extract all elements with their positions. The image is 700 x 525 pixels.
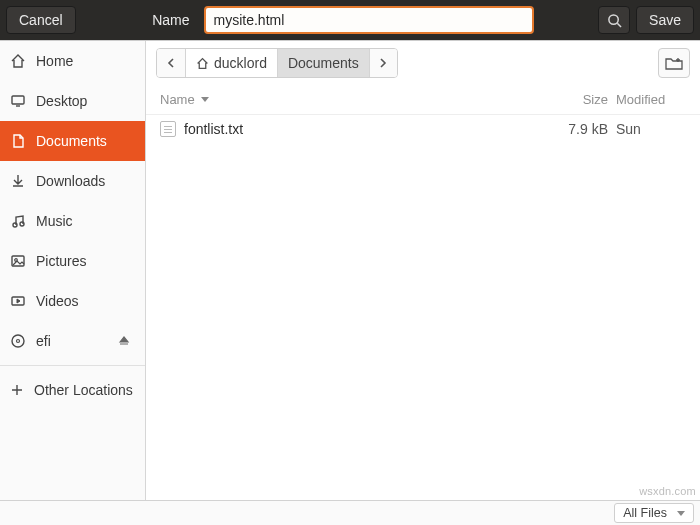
chevron-down-icon xyxy=(677,511,685,516)
svg-point-4 xyxy=(13,223,17,227)
sidebar-item-efi[interactable]: efi xyxy=(0,321,145,361)
sidebar-item-label: efi xyxy=(36,333,51,349)
sidebar-item-label: Desktop xyxy=(36,93,87,109)
svg-rect-2 xyxy=(12,96,24,104)
svg-point-0 xyxy=(608,14,617,23)
sidebar-item-videos[interactable]: Videos xyxy=(0,281,145,321)
sidebar-item-label: Home xyxy=(36,53,73,69)
sidebar-item-label: Videos xyxy=(36,293,79,309)
eject-button[interactable] xyxy=(113,330,135,352)
breadcrumb: ducklord Documents xyxy=(156,48,398,78)
sidebar-item-label: Pictures xyxy=(36,253,87,269)
sidebar-item-other-locations[interactable]: Other Locations xyxy=(0,370,145,410)
sidebar: Home Desktop Documents Downloads Music P… xyxy=(0,41,146,500)
new-folder-icon xyxy=(665,56,683,70)
documents-icon xyxy=(10,133,26,149)
sidebar-item-label: Music xyxy=(36,213,73,229)
eject-icon xyxy=(118,335,130,347)
sidebar-item-pictures[interactable]: Pictures xyxy=(0,241,145,281)
file-modified: Sun xyxy=(616,121,686,137)
breadcrumb-label: Documents xyxy=(288,55,359,71)
home-icon xyxy=(10,53,26,69)
file-list-header: Name Size Modified xyxy=(146,85,700,115)
save-button[interactable]: Save xyxy=(636,6,694,34)
sidebar-item-label: Documents xyxy=(36,133,107,149)
videos-icon xyxy=(10,293,26,309)
svg-line-1 xyxy=(617,23,621,27)
cancel-button[interactable]: Cancel xyxy=(6,6,76,34)
pictures-icon xyxy=(10,253,26,269)
sidebar-item-label: Downloads xyxy=(36,173,105,189)
path-bar: ducklord Documents xyxy=(146,41,700,85)
sidebar-item-downloads[interactable]: Downloads xyxy=(0,161,145,201)
header-bar: Cancel Name Save xyxy=(0,0,700,40)
svg-point-5 xyxy=(20,222,24,226)
sidebar-separator xyxy=(0,365,145,366)
header-modified[interactable]: Modified xyxy=(616,92,686,107)
new-folder-button[interactable] xyxy=(658,48,690,78)
file-row[interactable]: fontlist.txt 7.9 kB Sun xyxy=(146,115,700,143)
sidebar-item-label: Other Locations xyxy=(34,382,133,398)
content-area: ducklord Documents Name Size Modified xyxy=(146,41,700,500)
svg-point-9 xyxy=(12,335,24,347)
header-size[interactable]: Size xyxy=(546,92,616,107)
plus-icon xyxy=(10,383,24,397)
search-icon xyxy=(607,13,622,28)
file-list: fontlist.txt 7.9 kB Sun xyxy=(146,115,700,500)
main-area: Home Desktop Documents Downloads Music P… xyxy=(0,40,700,500)
header-name[interactable]: Name xyxy=(160,92,195,107)
chevron-right-icon xyxy=(378,57,388,69)
breadcrumb-seg-home[interactable]: ducklord xyxy=(185,49,277,77)
svg-point-10 xyxy=(17,340,20,343)
filter-label: All Files xyxy=(623,506,667,520)
breadcrumb-seg-documents[interactable]: Documents xyxy=(277,49,369,77)
sidebar-item-desktop[interactable]: Desktop xyxy=(0,81,145,121)
breadcrumb-label: ducklord xyxy=(214,55,267,71)
disk-icon xyxy=(10,333,26,349)
text-file-icon xyxy=(160,121,176,137)
downloads-icon xyxy=(10,173,26,189)
filename-label: Name xyxy=(140,12,197,28)
sidebar-item-music[interactable]: Music xyxy=(0,201,145,241)
file-type-filter[interactable]: All Files xyxy=(614,503,694,523)
search-button[interactable] xyxy=(598,6,630,34)
sort-indicator-icon xyxy=(201,97,209,102)
file-name: fontlist.txt xyxy=(184,121,243,137)
path-back-button[interactable] xyxy=(157,49,185,77)
sidebar-item-documents[interactable]: Documents xyxy=(0,121,145,161)
footer-bar: All Files xyxy=(0,500,700,525)
desktop-icon xyxy=(10,93,26,109)
filename-input[interactable] xyxy=(204,6,534,34)
sidebar-item-home[interactable]: Home xyxy=(0,41,145,81)
cancel-label: Cancel xyxy=(19,12,63,28)
chevron-left-icon xyxy=(166,57,176,69)
save-label: Save xyxy=(649,12,681,28)
path-forward-button[interactable] xyxy=(369,49,397,77)
watermark: wsxdn.com xyxy=(639,485,696,497)
music-icon xyxy=(10,213,26,229)
file-size: 7.9 kB xyxy=(546,121,616,137)
home-icon xyxy=(196,57,209,70)
